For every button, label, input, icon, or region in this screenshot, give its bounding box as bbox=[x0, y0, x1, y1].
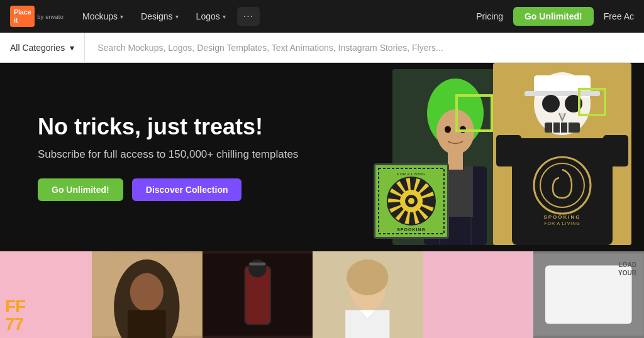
green-outline-decoration bbox=[578, 88, 606, 116]
free-link[interactable]: Free Ac bbox=[604, 11, 634, 21]
svg-text:FOR A LIVING: FOR A LIVING bbox=[544, 221, 580, 226]
skeleton-image: SPOOKING FOR A LIVING bbox=[493, 63, 631, 245]
svg-rect-12 bbox=[496, 135, 521, 166]
svg-point-42 bbox=[248, 259, 266, 277]
thumb-person-svg bbox=[92, 251, 203, 338]
load-text: LOADYOUR bbox=[618, 261, 636, 277]
go-unlimited-hero-button[interactable]: Go Unlimited! bbox=[38, 178, 123, 201]
thumb-woman-svg bbox=[313, 251, 423, 338]
svg-rect-19 bbox=[545, 123, 580, 133]
logo-box: Placeit bbox=[10, 6, 35, 27]
thumbnail-1[interactable]: FF77 bbox=[0, 251, 92, 338]
poster-card: SPOOKING FOR A LIVING bbox=[374, 163, 449, 239]
thumbnails-row: FF77 bbox=[0, 251, 644, 338]
hero-title: No tricks, just treats! bbox=[38, 113, 298, 140]
category-dropdown[interactable]: All Categories ▾ bbox=[0, 33, 85, 62]
svg-rect-43 bbox=[249, 263, 266, 266]
chevron-down-icon: ▾ bbox=[120, 13, 123, 20]
svg-rect-38 bbox=[128, 310, 166, 338]
poster-svg: SPOOKING FOR A LIVING bbox=[377, 166, 446, 236]
discover-collection-button[interactable]: Discover Collection bbox=[132, 178, 242, 201]
nav-mockups[interactable]: Mockups ▾ bbox=[76, 8, 130, 25]
svg-text:SPOOKING: SPOOKING bbox=[397, 227, 426, 232]
svg-text:SPOOKING: SPOOKING bbox=[543, 214, 580, 220]
svg-point-8 bbox=[445, 126, 451, 133]
thumb-drink-svg bbox=[203, 251, 313, 338]
thumbnail-5[interactable] bbox=[423, 251, 534, 338]
thumbnail-4[interactable] bbox=[313, 251, 423, 338]
thumbnail-2[interactable] bbox=[92, 251, 203, 338]
svg-point-17 bbox=[542, 95, 560, 112]
hero-images: SPOOKING FOR A LIVING SPOOKING FOR A LIV… bbox=[317, 63, 644, 251]
thumbnail-3[interactable] bbox=[203, 251, 313, 338]
green-arrow-decoration bbox=[455, 94, 493, 132]
hero-subtitle: Subscribe for full access to 150,000+ ch… bbox=[38, 148, 298, 161]
svg-point-37 bbox=[130, 273, 164, 312]
thumb-text-1: FF77 bbox=[5, 298, 25, 333]
svg-rect-48 bbox=[423, 254, 534, 336]
svg-point-46 bbox=[347, 259, 388, 295]
nav-right: Pricing Go Unlimited! Free Ac bbox=[476, 7, 634, 26]
chevron-down-icon: ▾ bbox=[175, 13, 179, 20]
svg-point-32 bbox=[408, 198, 414, 204]
logo-sub: by envato bbox=[37, 14, 64, 20]
go-unlimited-button[interactable]: Go Unlimited! bbox=[513, 7, 594, 26]
logo[interactable]: Placeit by envato bbox=[10, 6, 64, 27]
svg-text:FOR A LIVING: FOR A LIVING bbox=[397, 172, 425, 176]
hero-section: No tricks, just treats! Subscribe for fu… bbox=[0, 63, 644, 251]
thumbnail-6[interactable]: LOADYOUR bbox=[533, 251, 644, 338]
search-input[interactable]: Search Mockups, Logos, Design Templates,… bbox=[85, 43, 644, 53]
navbar: Placeit by envato Mockups ▾ Designs ▾ Lo… bbox=[0, 0, 644, 33]
chevron-down-icon: ▾ bbox=[70, 43, 74, 53]
svg-rect-13 bbox=[603, 135, 628, 166]
thumb-pink-svg bbox=[423, 251, 534, 338]
svg-rect-7 bbox=[448, 151, 463, 170]
more-button[interactable]: ··· bbox=[237, 7, 260, 26]
nav-designs[interactable]: Designs ▾ bbox=[135, 8, 185, 25]
pricing-link[interactable]: Pricing bbox=[476, 11, 503, 21]
chevron-down-icon: ▾ bbox=[223, 13, 226, 20]
hero-content: No tricks, just treats! Subscribe for fu… bbox=[0, 113, 336, 200]
search-bar: All Categories ▾ Search Mockups, Logos, … bbox=[0, 33, 644, 63]
svg-rect-11 bbox=[512, 138, 613, 245]
skeleton-svg: SPOOKING FOR A LIVING bbox=[493, 63, 631, 245]
hero-buttons: Go Unlimited! Discover Collection bbox=[38, 178, 298, 201]
nav-logos[interactable]: Logos ▾ bbox=[190, 8, 232, 25]
